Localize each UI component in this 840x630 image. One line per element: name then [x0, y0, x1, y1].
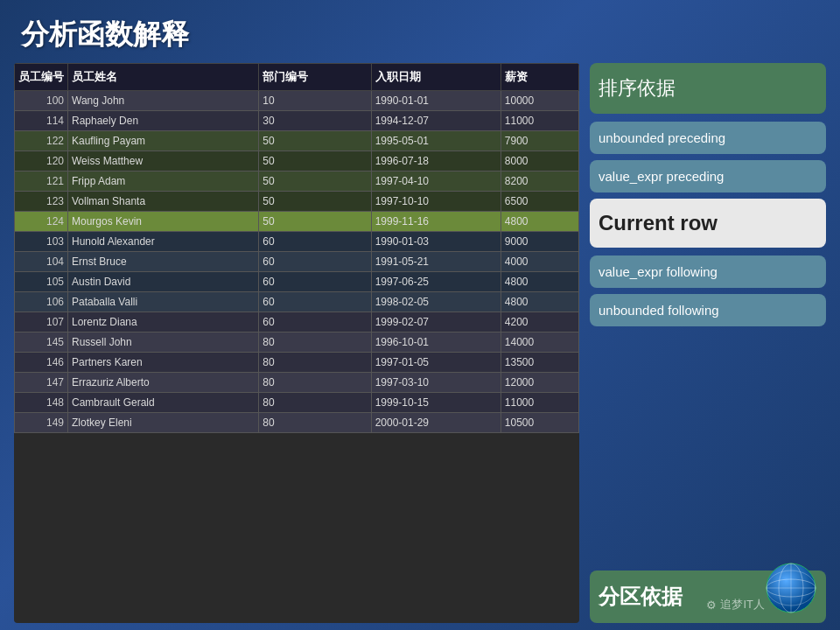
table-row: 114Raphaely Den301994-12-0711000 [15, 111, 579, 131]
table-cell-id: 105 [15, 272, 68, 292]
table-cell-salary: 4800 [500, 272, 578, 292]
data-table: 员工编号 员工姓名 部门编号 入职日期 薪资 100Wang John10199… [14, 63, 579, 623]
table-row: 145Russell John801996-10-0114000 [15, 332, 579, 353]
table-cell-date: 1990-01-01 [371, 91, 500, 111]
table-row: 148Cambrault Gerald801999-10-1511000 [15, 393, 579, 413]
table-cell-dept: 80 [259, 393, 371, 413]
table-cell-name: Lorentz Diana [68, 312, 259, 332]
col-header-date: 入职日期 [371, 64, 500, 91]
table-cell-dept: 60 [259, 272, 371, 292]
table-cell-name: Weiss Matthew [68, 151, 259, 172]
table-cell-id: 100 [15, 91, 68, 111]
table-cell-name: Mourgos Kevin [68, 212, 259, 232]
table-row: 121Fripp Adam501997-04-108200 [15, 172, 579, 192]
table-cell-date: 1997-06-25 [371, 272, 500, 292]
table-cell-name: Pataballa Valli [68, 292, 259, 312]
table-cell-salary: 4200 [500, 312, 578, 332]
table-cell-salary: 11000 [500, 111, 578, 131]
sort-basis-label: 排序依据 [598, 77, 676, 99]
table-header-row: 员工编号 员工姓名 部门编号 入职日期 薪资 [15, 64, 579, 91]
table-row: 105Austin David601997-06-254800 [15, 272, 579, 292]
table-cell-salary: 4000 [500, 252, 578, 272]
table-cell-date: 1990-01-03 [371, 232, 500, 252]
table-cell-id: 103 [15, 232, 68, 252]
table-cell-id: 104 [15, 252, 68, 272]
table-cell-date: 1999-02-07 [371, 312, 500, 332]
value-expr-following-label: value_expr following [598, 264, 718, 279]
table-cell-date: 1996-07-18 [371, 151, 500, 172]
table-cell-dept: 60 [259, 232, 371, 252]
brand-text: 追梦IT人 [720, 597, 765, 612]
table-cell-salary: 8000 [500, 151, 578, 172]
table-row: 149Zlotkey Eleni802000-01-2910500 [15, 413, 579, 433]
table-cell-name: Austin David [68, 272, 259, 292]
table-cell-name: Errazuriz Alberto [68, 373, 259, 393]
table-cell-salary: 8200 [500, 172, 578, 192]
table-cell-dept: 50 [259, 151, 371, 172]
table-row: 106Pataballa Valli601998-02-054800 [15, 292, 579, 312]
globe-icon-area [765, 562, 817, 614]
sort-basis-box: 排序依据 [590, 63, 826, 114]
table-cell-name: Ernst Bruce [68, 252, 259, 272]
table-cell-id: 122 [15, 131, 68, 151]
brand-watermark: ⚙ 追梦IT人 [706, 597, 765, 612]
table-row: 100Wang John101990-01-0110000 [15, 91, 579, 111]
table-cell-dept: 80 [259, 353, 371, 373]
table-cell-dept: 50 [259, 212, 371, 232]
table-cell-dept: 50 [259, 172, 371, 192]
col-header-dept: 部门编号 [259, 64, 371, 91]
col-header-salary: 薪资 [500, 64, 578, 91]
table-cell-name: Kaufling Payam [68, 131, 259, 151]
col-header-id: 员工编号 [15, 64, 68, 91]
unbounded-preceding-label: unbounded preceding [598, 130, 725, 145]
table-cell-dept: 80 [259, 373, 371, 393]
table-cell-dept: 80 [259, 332, 371, 353]
table-cell-dept: 10 [259, 91, 371, 111]
table-cell-name: Partners Karen [68, 353, 259, 373]
table-cell-date: 2000-01-29 [371, 413, 500, 433]
table-cell-dept: 50 [259, 192, 371, 212]
table-cell-salary: 10000 [500, 91, 578, 111]
table-row: 120Weiss Matthew501996-07-188000 [15, 151, 579, 172]
table-cell-id: 120 [15, 151, 68, 172]
table-cell-id: 121 [15, 172, 68, 192]
table-cell-dept: 60 [259, 312, 371, 332]
col-header-name: 员工姓名 [68, 64, 259, 91]
table-cell-name: Fripp Adam [68, 172, 259, 192]
table-cell-salary: 14000 [500, 332, 578, 353]
table-cell-name: Cambrault Gerald [68, 393, 259, 413]
table-row: 147Errazuriz Alberto801997-03-1012000 [15, 373, 579, 393]
table-cell-salary: 12000 [500, 373, 578, 393]
right-panel: 排序依据 unbounded preceding value_expr prec… [590, 63, 826, 623]
table-cell-name: Vollman Shanta [68, 192, 259, 212]
table-cell-id: 149 [15, 413, 68, 433]
table-cell-date: 1991-05-21 [371, 252, 500, 272]
table-cell-name: Wang John [68, 91, 259, 111]
table-cell-dept: 60 [259, 292, 371, 312]
table-row: 104Ernst Bruce601991-05-214000 [15, 252, 579, 272]
table-cell-id: 147 [15, 373, 68, 393]
table-cell-name: Raphaely Den [68, 111, 259, 131]
table-cell-dept: 50 [259, 131, 371, 151]
table-cell-id: 124 [15, 212, 68, 232]
table-cell-salary: 13500 [500, 353, 578, 373]
table-cell-salary: 10500 [500, 413, 578, 433]
globe-icon [765, 562, 817, 614]
table-cell-date: 1997-04-10 [371, 172, 500, 192]
page-title: 分析函数解释 [0, 0, 840, 63]
value-expr-preceding-box: value_expr preceding [590, 160, 826, 192]
value-expr-preceding-label: value_expr preceding [598, 169, 724, 184]
unbounded-preceding-box: unbounded preceding [590, 122, 826, 154]
table-cell-salary: 4800 [500, 212, 578, 232]
table-row: 124Mourgos Kevin501999-11-164800 [15, 212, 579, 232]
table-cell-date: 1996-10-01 [371, 332, 500, 353]
table-row: 107Lorentz Diana601999-02-074200 [15, 312, 579, 332]
table-row: 146Partners Karen801997-01-0513500 [15, 353, 579, 373]
table-cell-date: 1997-01-05 [371, 353, 500, 373]
current-row-label: Current row [598, 211, 718, 234]
table-row: 123Vollman Shanta501997-10-106500 [15, 192, 579, 212]
table-cell-date: 1999-11-16 [371, 212, 500, 232]
unbounded-following-box: unbounded following [590, 294, 826, 326]
table-cell-date: 1997-03-10 [371, 373, 500, 393]
table-cell-id: 114 [15, 111, 68, 131]
